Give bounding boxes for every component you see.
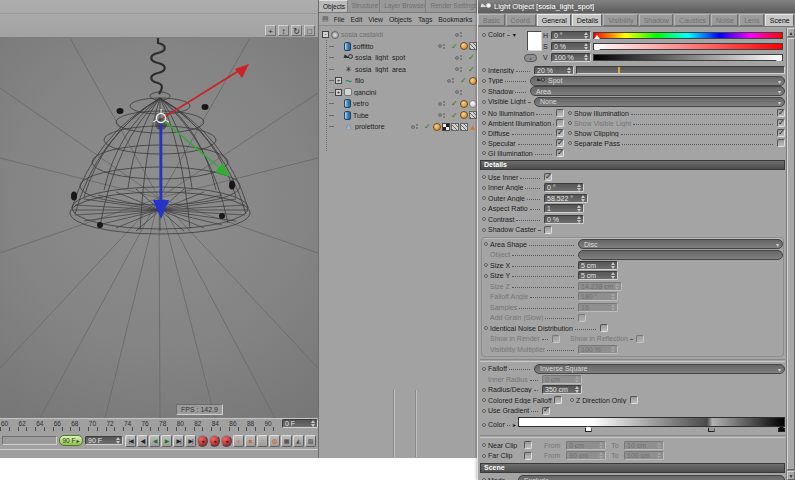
falloff-gradient[interactable] xyxy=(518,417,785,427)
toggle-checkbox[interactable] xyxy=(777,119,785,127)
object-name[interactable]: sosia castaldi xyxy=(341,31,455,38)
color-swatch[interactable] xyxy=(527,31,542,51)
shadow-caster-checkbox[interactable] xyxy=(544,226,552,234)
rotate-icon[interactable]: ↻ xyxy=(291,25,302,36)
tag-icon[interactable] xyxy=(460,42,468,50)
next-frame-button[interactable]: ▶| xyxy=(173,435,184,447)
falloff-angle-field[interactable]: 180 ° xyxy=(578,292,618,301)
area-shape-dropdown[interactable]: Disc xyxy=(578,239,783,249)
add-grain-checkbox[interactable] xyxy=(578,314,586,322)
enable-check-icon[interactable] xyxy=(451,42,460,51)
attributes-title-bar[interactable]: Light Object [sosia_light_spot] xyxy=(478,0,795,13)
prev-frame-button[interactable]: ◀| xyxy=(137,435,148,447)
keyframe-position-toggle[interactable]: + xyxy=(233,435,244,447)
menu-item[interactable]: Objects xyxy=(389,16,412,23)
tag-icon[interactable] xyxy=(469,100,477,108)
manager-tab[interactable]: Objects xyxy=(319,0,348,12)
toggle-checkbox[interactable] xyxy=(556,129,564,137)
keyframe-rotation-toggle[interactable]: ○ xyxy=(257,435,268,447)
attribute-tab[interactable]: Visibility xyxy=(603,14,637,26)
near-clip-from-field[interactable]: 0 cm xyxy=(566,441,606,450)
scroll-thumb[interactable] xyxy=(787,38,795,470)
attribute-tab[interactable]: Scene xyxy=(765,14,794,26)
attribute-tab[interactable]: Lens xyxy=(739,14,764,26)
pla-toggle[interactable]: ▦ xyxy=(281,435,292,447)
tree-row[interactable]: proiettore xyxy=(319,121,477,133)
sound-toggle[interactable]: ◭ xyxy=(293,435,304,447)
near-clip-to-field[interactable]: 10 cm xyxy=(624,441,664,450)
show-in-reflection-checkbox[interactable] xyxy=(636,335,644,343)
visibility-dots[interactable] xyxy=(455,32,468,37)
intensity-slider[interactable] xyxy=(576,66,785,74)
tag-icon[interactable] xyxy=(469,111,477,119)
contrast-field[interactable]: 0 % xyxy=(544,215,584,224)
visibility-dots[interactable] xyxy=(455,90,468,95)
pan-icon[interactable]: + xyxy=(265,25,276,36)
record-active-objects-button[interactable]: ● xyxy=(197,435,208,447)
toggle-checkbox[interactable] xyxy=(556,149,564,157)
goto-end-button[interactable]: ▶| xyxy=(185,435,196,447)
far-clip-from-field[interactable]: 90 cm xyxy=(566,451,606,460)
manager-tab[interactable]: Layer Browser xyxy=(380,0,426,12)
viewport-3d[interactable]: FPS : 142.9 xyxy=(0,38,318,418)
tag-icon[interactable] xyxy=(469,123,477,131)
timeline-slider-track[interactable] xyxy=(2,436,57,445)
tag-icon[interactable] xyxy=(469,42,477,50)
tag-icon[interactable] xyxy=(433,123,441,131)
toggle-checkbox[interactable] xyxy=(777,109,785,117)
object-name[interactable]: sosia_light_spot xyxy=(355,54,455,61)
menu-item[interactable]: View xyxy=(368,16,383,23)
tag-icon[interactable] xyxy=(460,111,468,119)
value-field[interactable]: 100 % xyxy=(551,53,591,62)
tree-row[interactable]: soffitto xyxy=(319,41,477,53)
visibility-dots[interactable] xyxy=(455,55,468,60)
keyframe-scale-toggle[interactable]: ■ xyxy=(245,435,256,447)
aspect-ratio-field[interactable]: 1 xyxy=(544,204,584,213)
expander-toggle[interactable]: + xyxy=(335,77,342,84)
manager-tab[interactable]: Render Settings xyxy=(426,0,477,12)
far-clip-checkbox[interactable] xyxy=(524,452,532,460)
enable-check-icon[interactable] xyxy=(451,99,460,108)
visibility-dots[interactable] xyxy=(447,78,460,83)
show-in-render-checkbox[interactable] xyxy=(552,335,560,343)
timeline-slider-handle[interactable]: 90 F xyxy=(59,435,83,446)
hue-slider[interactable] xyxy=(593,32,783,39)
color-picker-expand-button[interactable] xyxy=(524,54,537,62)
object-name[interactable]: vetro xyxy=(353,100,438,107)
saturation-slider[interactable] xyxy=(593,43,783,50)
toggle-checkbox[interactable] xyxy=(556,119,564,127)
shadow-dropdown[interactable]: Area xyxy=(530,86,785,96)
menu-item[interactable]: File xyxy=(334,16,345,23)
mode-dropdown[interactable]: Exclude xyxy=(518,475,785,480)
chevron-down-icon[interactable] xyxy=(513,31,516,38)
autokeying-button[interactable]: ● xyxy=(221,435,232,447)
inner-angle-field[interactable]: 0 ° xyxy=(544,183,584,192)
zoom-icon[interactable]: ↕ xyxy=(278,25,289,36)
object-name[interactable]: Tube xyxy=(353,112,438,119)
ruler-frame-field[interactable]: 0 F xyxy=(282,419,318,428)
tree-row[interactable]: sosia_light_spot xyxy=(319,52,477,64)
visibility-dots[interactable] xyxy=(438,44,451,49)
maximize-icon[interactable]: □ xyxy=(304,25,315,36)
visibility-dots[interactable] xyxy=(438,113,451,118)
toggle-checkbox[interactable] xyxy=(777,129,785,137)
tree-row[interactable]: + gancini xyxy=(319,87,477,99)
value-slider[interactable] xyxy=(593,54,783,61)
enable-check-icon[interactable] xyxy=(460,76,469,85)
menu-item[interactable]: Bookmarks xyxy=(438,16,472,23)
tag-icon[interactable] xyxy=(460,123,468,131)
tree-row[interactable]: - sosia castaldi xyxy=(319,29,477,41)
colored-edge-checkbox[interactable] xyxy=(554,396,562,404)
goto-start-button[interactable]: |◀ xyxy=(125,435,136,447)
visibility-dots[interactable] xyxy=(438,101,451,106)
scroll-down-arrow[interactable]: ▼ xyxy=(787,471,795,480)
attribute-tab[interactable]: Coord. xyxy=(506,14,536,26)
play-forward-button[interactable]: ▶ xyxy=(161,435,172,447)
viewport-canvas[interactable] xyxy=(0,38,318,418)
menu-item[interactable]: Edit xyxy=(351,16,363,23)
visibility-dots[interactable] xyxy=(411,124,424,129)
attributes-scrollbar[interactable]: ▲ ▼ xyxy=(786,28,795,480)
expander-toggle[interactable]: + xyxy=(335,89,342,96)
enable-check-icon[interactable] xyxy=(468,65,477,74)
far-clip-to-field[interactable]: 100 cm xyxy=(624,451,664,460)
